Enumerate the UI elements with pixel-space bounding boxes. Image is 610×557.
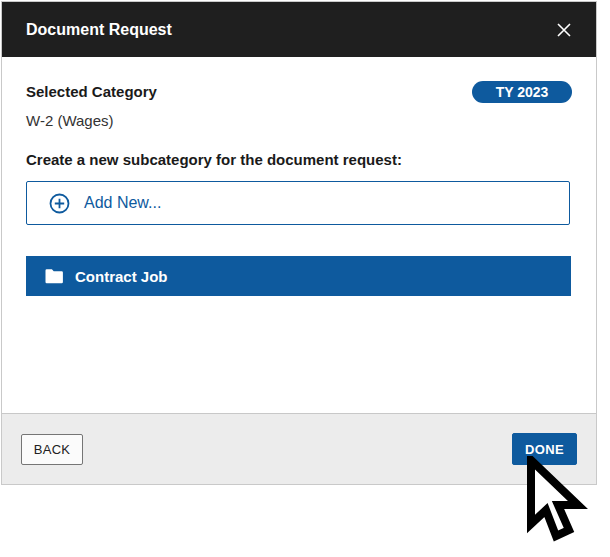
folder-icon	[45, 268, 64, 284]
close-icon[interactable]	[552, 20, 576, 40]
document-request-modal: Document Request Selected Category W-2 (…	[1, 1, 597, 485]
modal-body: Selected Category W-2 (Wages) TY 2023 Cr…	[2, 57, 596, 413]
selected-category-value: W-2 (Wages)	[26, 112, 157, 129]
selected-category-block: Selected Category W-2 (Wages)	[26, 83, 157, 129]
subcategory-prompt: Create a new subcategory for the documen…	[26, 151, 572, 168]
subcategory-item-contract-job[interactable]: Contract Job	[26, 256, 571, 296]
plus-circle-icon	[49, 193, 70, 214]
add-new-button[interactable]: Add New...	[26, 181, 570, 225]
selected-category-label: Selected Category	[26, 83, 157, 100]
tax-year-badge: TY 2023	[472, 81, 572, 103]
back-button[interactable]: BACK	[21, 434, 83, 465]
modal-header: Document Request	[2, 2, 596, 57]
subcategory-item-label: Contract Job	[75, 268, 168, 285]
selected-category-row: Selected Category W-2 (Wages) TY 2023	[26, 83, 572, 129]
add-new-label: Add New...	[84, 194, 161, 212]
done-button[interactable]: DONE	[512, 433, 577, 465]
modal-title: Document Request	[26, 21, 172, 39]
modal-footer: BACK DONE	[2, 413, 596, 484]
